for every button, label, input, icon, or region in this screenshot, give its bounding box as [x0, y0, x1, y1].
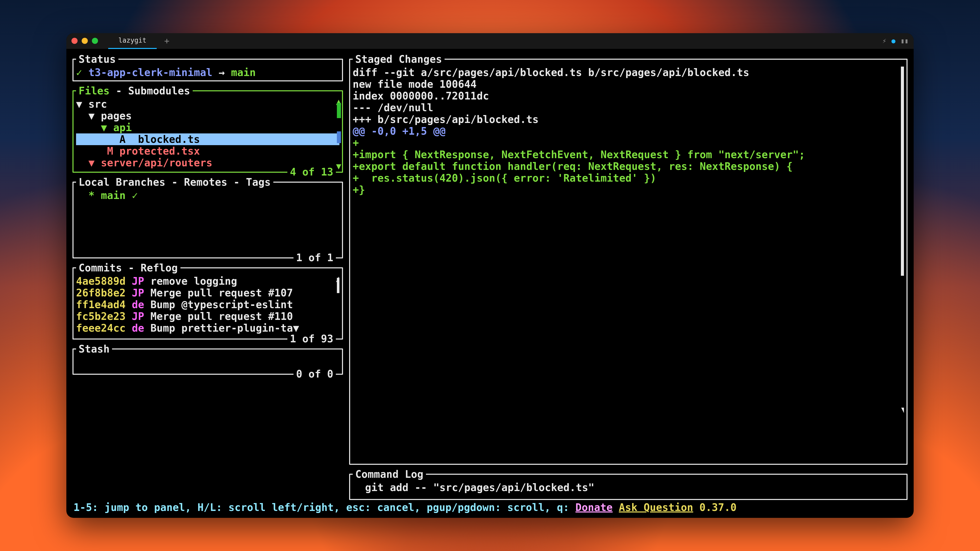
- help-bar: 1-5: jump to panel, H/L: scroll left/rig…: [73, 500, 907, 516]
- lazygit-ui: Status ✓ t3-app-clerk-minimal → main Fil…: [66, 49, 914, 518]
- commit-row[interactable]: ff1e4ad4 de Bump @typescript-eslint: [76, 299, 339, 310]
- window-titlebar: lazygit + ⚡ ● ▮▮: [66, 33, 914, 49]
- tab-label: lazygit: [118, 37, 146, 44]
- tab-lazygit[interactable]: lazygit: [108, 33, 157, 49]
- status-panel-title: Status: [76, 53, 118, 65]
- branches-panel[interactable]: Local Branches - Remotes - Tags * main ✓…: [73, 176, 343, 259]
- command-log-title: Command Log: [353, 468, 426, 480]
- diff-panel-title: Staged Changes: [353, 53, 445, 65]
- files-panel-title: Files - Submodules: [76, 85, 192, 97]
- tree-node-pages[interactable]: ▼ pages: [76, 110, 339, 122]
- diff-add-line: + res.status(420).json({ error: 'Ratelim…: [353, 172, 904, 184]
- command-log-line: git add -- "src/pages/api/blocked.ts": [353, 482, 904, 493]
- command-log-panel[interactable]: Command Log git add -- "src/pages/api/bl…: [349, 468, 907, 500]
- diff-line: +++ b/src/pages/api/blocked.ts: [353, 114, 904, 125]
- diff-scroll-up-icon[interactable]: ▲: [901, 67, 904, 76]
- branches-panel-title: Local Branches - Remotes - Tags: [76, 176, 273, 188]
- commit-row[interactable]: 26f8b8e2 JP Merge pull request #107: [76, 287, 339, 299]
- zoom-icon[interactable]: [92, 38, 98, 44]
- stash-counter: 0 of 0: [293, 368, 336, 380]
- panels-icon[interactable]: ▮▮: [900, 37, 908, 44]
- status-panel[interactable]: Status ✓ t3-app-clerk-minimal → main: [73, 53, 343, 81]
- version-label: 0.37.0: [693, 502, 737, 513]
- commit-row[interactable]: fc5b2e23 JP Merge pull request #110: [76, 310, 339, 322]
- commit-row[interactable]: feee24cc de Bump prettier-plugin-ta▼: [76, 322, 339, 334]
- bolt-icon[interactable]: ⚡: [882, 37, 886, 44]
- diff-add-line: +export default function handler(req: Ne…: [353, 160, 904, 172]
- diff-line: index 0000000..72011dc: [353, 90, 904, 102]
- diff-line: new file mode 100644: [353, 78, 904, 90]
- diff-line: diff --git a/src/pages/api/blocked.ts b/…: [353, 67, 904, 78]
- diff-scroll-down-icon[interactable]: ▼: [901, 405, 904, 413]
- diff-hunk-line: @@ -0,0 +1,5 @@: [353, 125, 904, 137]
- file-protected-tsx[interactable]: M protected.tsx: [76, 145, 339, 157]
- ask-question-link[interactable]: Ask Question: [619, 502, 693, 513]
- status-line: ✓ t3-app-clerk-minimal → main: [76, 67, 339, 78]
- stash-panel[interactable]: Stash 0 of 0: [73, 343, 343, 375]
- diff-line: --- /dev/null: [353, 102, 904, 114]
- files-panel[interactable]: Files - Submodules ▼ src ▼ pages ▼ api A…: [73, 85, 343, 173]
- status-dot-icon: ●: [891, 37, 896, 44]
- diff-panel[interactable]: Staged Changes diff --git a/src/pages/ap…: [349, 53, 907, 465]
- new-tab-button[interactable]: +: [164, 36, 169, 46]
- branch-main[interactable]: * main ✓: [76, 189, 339, 201]
- minimize-icon[interactable]: [82, 38, 88, 44]
- terminal-window: lazygit + ⚡ ● ▮▮ Status ✓ t3-app-clerk-m…: [66, 33, 914, 518]
- diff-add-line: +import { NextResponse, NextFetchEvent, …: [353, 149, 904, 160]
- tree-node-src[interactable]: ▼ src: [76, 98, 339, 110]
- window-controls: [72, 38, 98, 44]
- commit-row[interactable]: 4ae5889d JP remove logging: [76, 275, 339, 287]
- commits-panel-title: Commits - Reflog: [76, 262, 180, 274]
- commits-scroll-up-icon[interactable]: ▲: [336, 275, 339, 284]
- stash-panel-title: Stash: [76, 343, 112, 355]
- close-icon[interactable]: [72, 38, 78, 44]
- diff-body[interactable]: diff --git a/src/pages/api/blocked.ts b/…: [353, 67, 904, 413]
- diff-add-line: +: [353, 137, 904, 149]
- commits-panel[interactable]: Commits - Reflog 4ae5889d JP remove logg…: [73, 262, 343, 340]
- tree-node-api[interactable]: ▼ api: [76, 122, 339, 133]
- file-blocked-ts[interactable]: A blocked.ts: [76, 133, 339, 145]
- files-scrollbar[interactable]: [337, 98, 341, 170]
- diff-scrollbar[interactable]: [901, 67, 904, 276]
- donate-link[interactable]: Donate: [576, 502, 613, 513]
- diff-add-line: +}: [353, 184, 904, 196]
